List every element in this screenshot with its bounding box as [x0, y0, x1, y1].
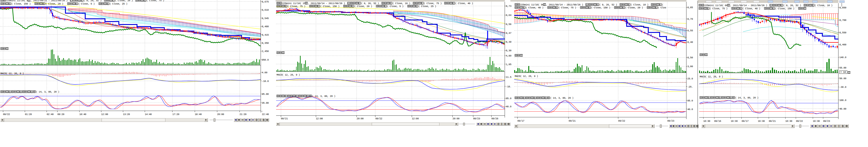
svg-text:50.00: 50.00	[839, 77, 846, 80]
svg-text:( 9, 26, 52 ): ( 9, 26, 52 )	[599, 3, 617, 6]
svg-text:14:40: 14:40	[145, 113, 152, 116]
svg-text:( 9, 26, 52 ): ( 9, 26, 52 )	[361, 2, 379, 5]
svg-text:8,550: 8,550	[839, 31, 846, 34]
svg-text:4,80: 4,80	[506, 54, 511, 57]
svg-text:MACD( 12, 26, 9 ): MACD( 12, 26, 9 )	[515, 75, 538, 78]
svg-text:( Close, 10 ): ( Close, 10 )	[815, 4, 833, 7]
svg-text:-18.: -18.	[506, 85, 511, 88]
svg-text:8,85: 8,85	[687, 6, 693, 9]
svg-text:B: B	[504, 123, 506, 126]
svg-text:MACD( 12, 26, 9 ): MACD( 12, 26, 9 )	[700, 75, 723, 78]
svg-text:8,40: 8,40	[687, 41, 693, 43]
svg-text:( 14, 3, 80, 20 ): ( 14, 3, 80, 20 )	[36, 90, 59, 93]
svg-text:8,400: 8,400	[839, 43, 846, 46]
svg-text:MACD( 12, 26, 9 ): MACD( 12, 26, 9 )	[0, 72, 24, 75]
svg-text:25.0: 25.0	[687, 77, 693, 80]
svg-text:09/21: 09/21	[569, 119, 576, 122]
svg-text:10:40: 10:40	[79, 113, 86, 116]
svg-text:3,00: 3,00	[687, 65, 693, 68]
svg-text:8,56: 8,56	[506, 23, 511, 26]
svg-text:( Close, 150 ): ( Close, 150 )	[775, 7, 795, 10]
svg-text:09/21: 09/21	[769, 120, 776, 122]
svg-text:I: I	[690, 125, 692, 128]
svg-text:225mini 11/10( 15: 225mini 11/10( 15	[282, 2, 305, 5]
svg-text:8,350: 8,350	[262, 42, 269, 44]
svg-text:( Close, 25 ): ( Close, 25 )	[418, 5, 436, 8]
svg-text:D: D	[256, 119, 257, 122]
svg-text:225mini 11/10( 5: 225mini 11/10( 5	[6, 0, 28, 2]
svg-text:-25.: -25.	[687, 85, 693, 88]
svg-text:( Close, 75 ): ( Close, 75 )	[558, 6, 576, 9]
svg-text:8,850: 8,850	[839, 6, 846, 9]
svg-text:21:20: 21:20	[240, 113, 246, 116]
svg-text:( Close, 5 ): ( Close, 5 )	[387, 5, 404, 8]
svg-text:× 10: × 10	[840, 71, 846, 73]
svg-text:MACD( 12, 26, 9 ): MACD( 12, 26, 9 )	[277, 73, 300, 76]
svg-text:I: I	[838, 125, 840, 128]
svg-text:, 2011/09/22 - 2011/09/26 ): , 2011/09/22 - 2011/09/26 )	[30, 0, 67, 2]
svg-text:( Close, 40 ): ( Close, 40 )	[526, 6, 544, 9]
svg-text:( 9, 26, 52 ): ( 9, 26, 52 )	[84, 0, 101, 2]
svg-text:12:00: 12:00	[316, 117, 323, 120]
svg-text:( Close, 40 ): ( Close, 40 )	[455, 2, 473, 5]
svg-text:-18.0: -18.0	[262, 80, 269, 82]
svg-text:09/22: 09/22	[796, 120, 803, 122]
svg-text:16:30: 16:30	[813, 120, 819, 122]
svg-text:8,610: 8,610	[262, 9, 269, 11]
svg-text:( Close, 75 ): ( Close, 75 )	[287, 5, 305, 8]
svg-text:8,55: 8,55	[687, 29, 693, 32]
svg-text:B: B	[263, 119, 265, 122]
svg-text:D: D	[497, 123, 499, 126]
svg-text:55.00: 55.00	[839, 67, 846, 69]
svg-text:16:30: 16:30	[758, 120, 765, 122]
svg-text:I: I	[259, 119, 261, 122]
svg-text:95.0: 95.0	[506, 97, 511, 100]
svg-text:40.0: 40.0	[687, 108, 693, 111]
svg-text:09/23: 09/23	[668, 119, 674, 122]
svg-text:, 2011/09/14 - 2011/09/26 ): , 2011/09/14 - 2011/09/26 )	[308, 2, 345, 5]
svg-text:8,64: 8,64	[506, 14, 512, 16]
svg-text:( Close, 20 ): ( Close, 20 )	[354, 5, 372, 8]
svg-text:( Close, 75 ): ( Close, 75 )	[146, 0, 164, 2]
svg-text:20:00: 20:00	[217, 113, 224, 116]
svg-text:1,95: 1,95	[506, 63, 511, 66]
svg-text:8,50: 8,50	[687, 56, 693, 59]
svg-text:225mini 11/10( 60: 225mini 11/10( 60	[704, 4, 727, 7]
svg-text:( Close, 75 ): ( Close, 75 )	[424, 2, 442, 5]
svg-text:( 14, 3, 80, 20 ): ( 14, 3, 80, 20 )	[550, 97, 574, 99]
svg-text:( Close, 10 ): ( Close, 10 )	[115, 0, 133, 2]
svg-text:09/23: 09/23	[473, 117, 480, 120]
svg-text:09/22: 09/22	[618, 119, 625, 122]
svg-text:22:40: 22:40	[262, 113, 269, 116]
svg-text:B: B	[842, 125, 843, 128]
svg-text:950.0: 950.0	[262, 59, 269, 61]
svg-text:( 14, 3, 80, 20 ): ( 14, 3, 80, 20 )	[735, 97, 758, 99]
svg-text:( Close, 10 ): ( Close, 10 )	[630, 3, 649, 6]
svg-text:( Close, 150 ): ( Close, 150 )	[11, 2, 31, 5]
svg-text:09/16: 09/16	[714, 120, 721, 122]
svg-text:8,70: 8,70	[687, 18, 693, 21]
svg-text:( 14, 3, 80, 20 ): ( 14, 3, 80, 20 )	[312, 95, 335, 98]
svg-text:, 2011/09/14 - 2011/09/26 ): , 2011/09/14 - 2011/09/26 )	[730, 4, 767, 7]
svg-text:20:00: 20:00	[453, 117, 460, 120]
svg-text:20:00: 20:00	[357, 117, 364, 120]
svg-text:8,73: 8,73	[506, 5, 511, 7]
svg-text:( Close, 40 ): ( Close, 40 )	[742, 7, 760, 10]
svg-text:17:20: 17:20	[173, 113, 179, 116]
svg-text:95.00: 95.00	[262, 93, 269, 96]
svg-text:( Close, 150 ): ( Close, 150 )	[591, 6, 610, 9]
svg-text:8,39: 8,39	[506, 41, 511, 43]
svg-text:02:40: 02:40	[46, 113, 53, 116]
svg-text:12:00: 12:00	[101, 113, 108, 116]
svg-text:95.0: 95.0	[687, 99, 693, 102]
svg-text:100.0: 100.0	[839, 99, 846, 102]
svg-text:( Close, 150 ): ( Close, 150 )	[320, 5, 339, 8]
svg-text:35.00: 35.00	[262, 102, 269, 104]
svg-text:8,415: 8,415	[262, 34, 269, 36]
svg-text:09/21: 09/21	[281, 117, 288, 120]
svg-text:D: D	[834, 125, 836, 128]
svg-text:09/17: 09/17	[742, 120, 748, 122]
svg-text:2,450: 2,450	[262, 50, 269, 52]
svg-text:( Close, 10 ): ( Close, 10 )	[393, 2, 410, 5]
svg-text:(: (	[662, 3, 663, 6]
